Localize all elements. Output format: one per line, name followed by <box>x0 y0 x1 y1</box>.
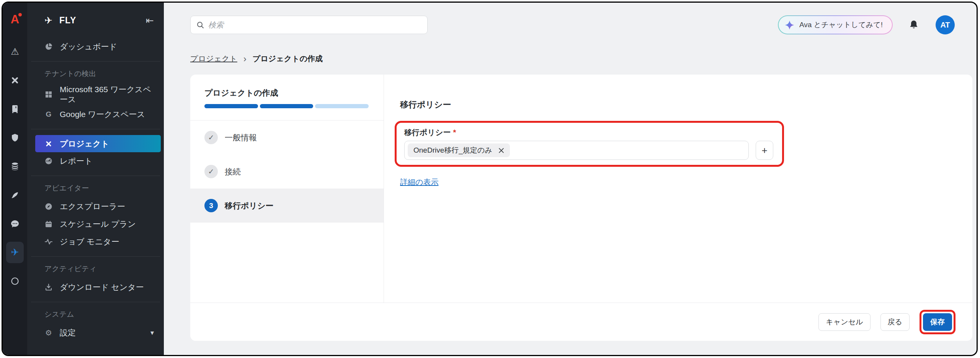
ava-chat-button[interactable]: Ava とチャットしてみて! <box>778 15 893 34</box>
save-red-highlight-annotation: 保存 <box>920 310 956 334</box>
back-button[interactable]: 戻る <box>880 313 910 331</box>
grid-icon <box>44 91 53 98</box>
section-label-aviator: アビエイター <box>27 182 164 198</box>
create-project-card: プロジェクトの作成 ✓ 一般情報 ✓ 接続 <box>190 75 972 341</box>
divider <box>31 61 160 62</box>
calendar-icon <box>44 221 53 228</box>
sidebar-item-explorer[interactable]: エクスプローラー <box>27 198 164 215</box>
divider <box>31 302 160 302</box>
card-body: プロジェクトの作成 ✓ 一般情報 ✓ 接続 <box>190 75 972 303</box>
sidebar-item-settings[interactable]: ⚙ 設定 ▾ <box>27 324 164 342</box>
app-window: A ⚠ ✈ ✈ FLY ⇤ <box>2 2 978 356</box>
database-icon[interactable] <box>3 152 27 181</box>
chat-icon[interactable] <box>3 209 27 238</box>
field-label: 移行ポリシー* <box>404 127 774 138</box>
google-icon: G <box>44 110 53 119</box>
add-policy-button[interactable]: + <box>756 141 773 160</box>
step-content: 移行ポリシー 移行ポリシー* OneDrive移行_規定のみ <box>384 75 972 303</box>
avepoint-logo[interactable]: A <box>3 7 27 31</box>
sidebar-header: ✈ FLY ⇤ <box>27 3 164 38</box>
search-icon <box>197 21 204 29</box>
section-label-activity: アクティビティ <box>27 262 164 278</box>
sidebar-item-job-monitor[interactable]: ジョブ モニター <box>27 233 164 251</box>
topbar: Ava とチャットしてみて! AT <box>190 15 972 34</box>
server-icon[interactable] <box>3 94 27 123</box>
tools-icon <box>44 140 53 147</box>
section-label-tenant-discovery: テナントの検出 <box>27 67 164 83</box>
sidebar: ✈ FLY ⇤ ダッシュボード テナントの検出 Microsoft 365 ワー… <box>27 3 164 355</box>
divider <box>31 129 160 129</box>
feather-icon[interactable] <box>3 181 27 209</box>
sidebar-item-dashboard[interactable]: ダッシュボード <box>27 38 164 55</box>
divider <box>31 256 160 257</box>
section-label-system: システム <box>27 308 164 324</box>
search-field[interactable] <box>208 21 421 29</box>
field-row: OneDrive移行_規定のみ + <box>404 141 774 160</box>
selected-policy-tag: OneDrive移行_規定のみ <box>408 143 510 157</box>
step-number-badge: 3 <box>204 199 218 212</box>
ava-chat-label: Ava とチャットしてみて! <box>799 20 883 30</box>
card-footer: キャンセル 戻る 保存 <box>190 303 972 341</box>
required-asterisk: * <box>453 128 456 137</box>
avatar[interactable]: AT <box>936 15 955 34</box>
sidebar-item-m365-workspace[interactable]: Microsoft 365 ワークスペース <box>27 83 164 106</box>
sidebar-item-reports[interactable]: レポート <box>27 152 164 170</box>
breadcrumb-chevron-icon: › <box>243 54 247 63</box>
brand-title: FLY <box>59 15 76 26</box>
ava-sparkle-icon <box>784 20 795 30</box>
cancel-button[interactable]: キャンセル <box>818 313 870 331</box>
tools-icon[interactable] <box>3 66 27 94</box>
save-button[interactable]: 保存 <box>923 313 952 331</box>
logo-dot <box>18 13 22 16</box>
page-title: 移行ポリシー <box>400 99 972 111</box>
sidebar-item-schedule-plan[interactable]: スケジュール プラン <box>27 215 164 233</box>
wizard-step-connections[interactable]: ✓ 接続 <box>190 155 384 189</box>
rail-active-highlight: ✈ <box>6 242 24 263</box>
chevron-down-icon[interactable]: ▾ <box>150 329 154 337</box>
wizard-title: プロジェクトの作成 <box>204 88 384 98</box>
pulse-icon <box>44 239 53 245</box>
gear-icon: ⚙ <box>44 328 53 337</box>
compass-icon <box>44 203 53 210</box>
notification-bell-icon[interactable] <box>909 20 919 30</box>
breadcrumb: プロジェクト › プロジェクトの作成 <box>190 54 972 64</box>
dashboard-icon <box>44 43 53 50</box>
wizard-progress-bar <box>204 104 369 108</box>
search-input[interactable] <box>190 16 428 34</box>
progress-segment-done <box>260 104 314 108</box>
wizard-step-migration-policy[interactable]: 3 移行ポリシー <box>190 189 384 223</box>
sidebar-item-projects[interactable]: プロジェクト <box>35 135 161 152</box>
red-highlight-annotation: 移行ポリシー* OneDrive移行_規定のみ <box>395 121 784 167</box>
remove-tag-icon[interactable] <box>498 148 504 153</box>
download-icon <box>44 284 53 291</box>
progress-segment-done <box>204 104 258 108</box>
icon-rail: A ⚠ ✈ <box>3 3 27 355</box>
wizard-step-general-info[interactable]: ✓ 一般情報 <box>190 120 384 155</box>
sidebar-item-download-center[interactable]: ダウンロード センター <box>27 278 164 296</box>
breadcrumb-current: プロジェクトの作成 <box>253 54 323 64</box>
report-icon <box>44 157 53 165</box>
circle-icon[interactable] <box>3 267 27 295</box>
progress-segment-remaining <box>315 104 369 108</box>
breadcrumb-projects-link[interactable]: プロジェクト <box>190 54 237 64</box>
fly-plane-icon: ✈ <box>44 16 52 25</box>
divider <box>31 176 160 176</box>
show-details-link[interactable]: 詳細の表示 <box>400 177 438 187</box>
check-icon: ✓ <box>204 131 218 144</box>
shield-icon[interactable] <box>3 123 27 152</box>
wizard-steps-panel: プロジェクトの作成 ✓ 一般情報 ✓ 接続 <box>190 75 384 303</box>
main-area: Ava とチャットしてみて! AT プロジェクト › プロジェクトの作成 プロジ… <box>164 3 977 355</box>
collapse-sidebar-icon[interactable]: ⇤ <box>146 15 154 26</box>
warning-icon[interactable]: ⚠ <box>3 37 27 66</box>
migration-policy-input[interactable]: OneDrive移行_規定のみ <box>404 141 749 160</box>
check-icon: ✓ <box>204 165 218 178</box>
sidebar-item-google-workspace[interactable]: G Google ワークスペース <box>27 106 164 123</box>
plane-icon[interactable]: ✈ <box>3 238 27 267</box>
